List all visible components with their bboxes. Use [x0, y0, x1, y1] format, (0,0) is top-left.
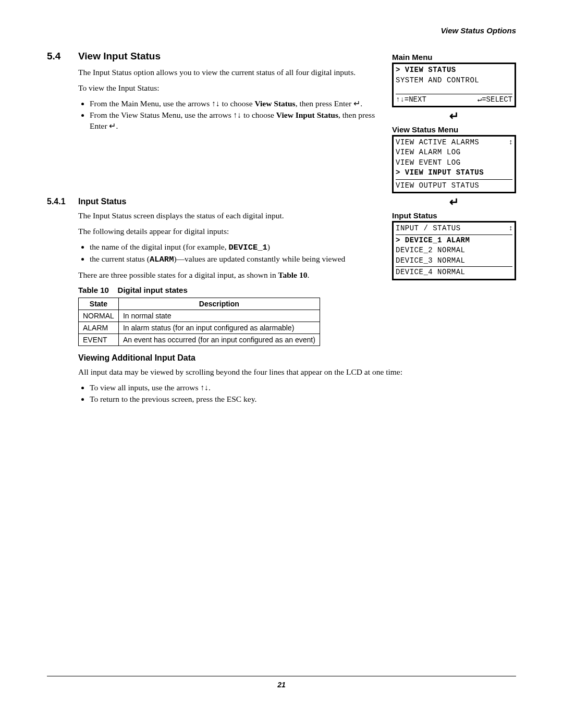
section-title: View Input Status: [78, 51, 385, 62]
panel-main-label: Main Menu: [392, 53, 516, 61]
section-paragraph-2: To view the Input Status:: [78, 83, 385, 93]
section-bullet-2: From the View Status Menu, use the arrow…: [90, 110, 385, 131]
bold-term: View Status: [254, 99, 295, 108]
viewing-bullet-2: To return to the previous screen, press …: [90, 394, 516, 404]
arrows-glyph: ↑↓: [200, 383, 209, 392]
enter-glyph: ↵: [353, 99, 360, 108]
lcd-row: DEVICE_3 NORMAL: [396, 256, 512, 266]
table-header-state: State: [79, 298, 119, 310]
subsection-title: Input Status: [78, 197, 385, 206]
lcd-row: DEVICE_4 NORMAL: [396, 267, 512, 278]
lcd-row: VIEW ACTIVE ALARMS: [396, 138, 512, 148]
section-bullet-list: From the Main Menu, use the arrows ↑↓ to…: [78, 98, 385, 131]
scroll-icon: ↕: [509, 138, 513, 147]
table-cell: In normal state: [118, 310, 320, 322]
subsection-number: 5.4.1: [47, 197, 78, 206]
table-cell: NORMAL: [79, 310, 119, 322]
table-row: EVENT An event has occurred (for an inpu…: [79, 334, 320, 346]
lcd-foot-left: ↑↓=NEXT: [396, 95, 426, 105]
viewing-bullet-list: To view all inputs, use the arrows ↑↓. T…: [78, 382, 516, 404]
text: the current status (: [90, 254, 150, 263]
enter-glyph: ↵: [109, 121, 116, 130]
table-caption-num: Table 10: [78, 286, 109, 294]
table-header-row: State Description: [79, 298, 320, 310]
text: From the Main Menu, use the arrows: [90, 99, 212, 108]
text: .: [307, 270, 309, 279]
section-paragraph-1: The Input Status option allows you to vi…: [78, 67, 385, 78]
panel-inputstatus-label: Input Status: [392, 211, 516, 220]
panel-viewstatus-lcd: ↕ VIEW ACTIVE ALARMS VIEW ALARM LOG VIEW…: [392, 135, 516, 194]
subsection-bullet-2: the current status (ALARM)—values are up…: [90, 254, 385, 265]
table-header-desc: Description: [118, 298, 320, 310]
panel-viewstatus-label: View Status Menu: [392, 125, 516, 134]
table-ref: Table 10: [278, 270, 308, 279]
arrows-glyph: ↑↓: [212, 99, 220, 108]
text: to choose: [220, 99, 255, 108]
text: To view all inputs, use the arrows: [90, 383, 200, 392]
bold-term: View Input Status: [276, 110, 338, 119]
subsection-paragraph-1: The Input Status screen displays the sta…: [78, 211, 385, 221]
viewing-title: Viewing Additional Input Data: [78, 353, 516, 363]
code-text: DEVICE_1: [228, 243, 267, 252]
page-number: 21: [47, 681, 516, 689]
scroll-icon: ↕: [509, 224, 513, 233]
enter-arrow-icon: ↵: [392, 195, 516, 209]
lcd-row: VIEW OUTPUT STATUS: [396, 181, 512, 191]
lcd-row: > VIEW STATUS: [396, 65, 512, 76]
states-table: State Description NORMAL In normal state…: [78, 298, 320, 346]
arrows-glyph: ↑↓: [234, 110, 242, 119]
text: .: [116, 121, 118, 130]
footer-rule: [47, 676, 516, 676]
table-cell: ALARM: [79, 322, 119, 334]
subsection-paragraph-3: There are three possible states for a di…: [78, 270, 385, 280]
table-caption-title: Digital input states: [118, 286, 188, 294]
panel-main-lcd: > VIEW STATUS SYSTEM AND CONTROL ↑↓=NEXT…: [392, 63, 516, 107]
lcd-row: > VIEW INPUT STATUS: [396, 168, 512, 178]
lcd-row: VIEW EVENT LOG: [396, 158, 512, 168]
text: to choose: [241, 110, 276, 119]
lcd-row: DEVICE_2 NORMAL: [396, 245, 512, 256]
enter-arrow-icon: ↵: [392, 109, 516, 123]
text: the name of the digital input (for examp…: [90, 242, 228, 251]
subsection-paragraph-2: The following details appear for digital…: [78, 226, 385, 237]
section-number: 5.4: [47, 51, 78, 62]
viewing-paragraph: All input data may be viewed by scrollin…: [78, 367, 516, 377]
text: , then press Enter: [296, 99, 353, 108]
lcd-row: VIEW ALARM LOG: [396, 147, 512, 158]
table-row: ALARM In alarm status (for an input conf…: [79, 322, 320, 334]
viewing-bullet-1: To view all inputs, use the arrows ↑↓.: [90, 382, 516, 393]
text: From the View Status Menu, use the arrow…: [90, 110, 234, 119]
table-caption: Table 10 Digital input states: [78, 286, 385, 294]
header-breadcrumb: View Status Options: [47, 26, 516, 35]
text: There are three possible states for a di…: [78, 270, 278, 279]
text: .: [209, 383, 211, 392]
text: .: [360, 99, 362, 108]
table-row: NORMAL In normal state: [79, 310, 320, 322]
section-bullet-1: From the Main Menu, use the arrows ↑↓ to…: [90, 98, 385, 109]
table-cell: An event has occurred (for an input conf…: [118, 334, 320, 346]
subsection-bullet-list: the name of the digital input (for examp…: [78, 242, 385, 265]
subsection-bullet-1: the name of the digital input (for examp…: [90, 242, 385, 253]
panel-inputstatus-lcd: ↕ INPUT / STATUS > DEVICE_1 ALARM DEVICE…: [392, 221, 516, 280]
lcd-row: > DEVICE_1 ALARM: [396, 236, 512, 246]
text: )—values are updated constantly while be…: [174, 254, 345, 263]
text: ): [267, 242, 270, 251]
table-cell: EVENT: [79, 334, 119, 346]
table-cell: In alarm status (for an input configured…: [118, 322, 320, 334]
code-text: ALARM: [150, 255, 174, 264]
lcd-row: SYSTEM AND CONTROL: [396, 76, 512, 86]
lcd-header-row: INPUT / STATUS: [396, 224, 512, 234]
lcd-foot-right: ↵=SELECT: [478, 95, 512, 105]
